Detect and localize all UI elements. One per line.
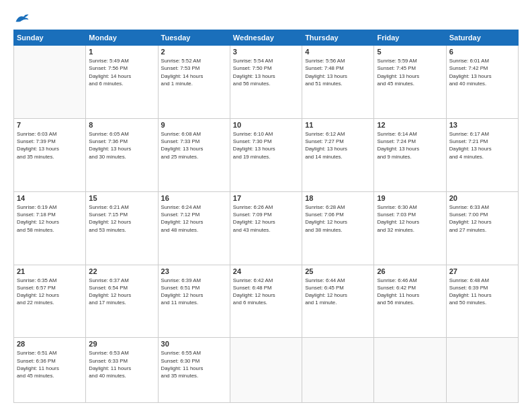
calendar-day-cell: 14Sunrise: 6:19 AM Sunset: 7:18 PM Dayli… <box>14 191 86 265</box>
calendar-day-cell: 13Sunrise: 6:17 AM Sunset: 7:21 PM Dayli… <box>446 118 518 191</box>
calendar-week-row: 1Sunrise: 5:49 AM Sunset: 7:56 PM Daylig… <box>14 46 519 119</box>
calendar-day-cell: 1Sunrise: 5:49 AM Sunset: 7:56 PM Daylig… <box>86 46 158 119</box>
day-info: Sunrise: 6:26 AM Sunset: 7:09 PM Dayligh… <box>233 203 299 234</box>
day-number: 6 <box>449 48 515 56</box>
day-info: Sunrise: 6:39 AM Sunset: 6:51 PM Dayligh… <box>161 277 227 307</box>
day-info: Sunrise: 6:55 AM Sunset: 6:30 PM Dayligh… <box>161 349 227 379</box>
day-info: Sunrise: 6:17 AM Sunset: 7:21 PM Dayligh… <box>449 130 515 161</box>
day-number: 1 <box>89 48 154 56</box>
calendar-day-cell: 30Sunrise: 6:55 AM Sunset: 6:30 PM Dayli… <box>158 338 230 403</box>
calendar-header-thursday: Thursday <box>302 30 374 46</box>
calendar-table: SundayMondayTuesdayWednesdayThursdayFrid… <box>13 30 519 403</box>
day-info: Sunrise: 6:19 AM Sunset: 7:18 PM Dayligh… <box>17 203 83 234</box>
calendar-day-cell: 26Sunrise: 6:46 AM Sunset: 6:42 PM Dayli… <box>374 265 446 338</box>
calendar-header-row: SundayMondayTuesdayWednesdayThursdayFrid… <box>14 30 519 46</box>
calendar-day-cell: 21Sunrise: 6:35 AM Sunset: 6:57 PM Dayli… <box>14 265 86 338</box>
calendar-day-cell: 16Sunrise: 6:24 AM Sunset: 7:12 PM Dayli… <box>158 191 230 265</box>
day-number: 17 <box>233 194 299 202</box>
day-info: Sunrise: 6:53 AM Sunset: 6:33 PM Dayligh… <box>89 349 154 379</box>
day-number: 8 <box>89 121 154 129</box>
day-number: 16 <box>161 194 227 202</box>
calendar-day-cell: 9Sunrise: 6:08 AM Sunset: 7:33 PM Daylig… <box>158 118 230 191</box>
day-number: 4 <box>305 48 371 56</box>
day-info: Sunrise: 6:05 AM Sunset: 7:36 PM Dayligh… <box>89 130 154 161</box>
calendar-day-cell: 6Sunrise: 6:01 AM Sunset: 7:42 PM Daylig… <box>446 46 518 119</box>
calendar-day-cell: 17Sunrise: 6:26 AM Sunset: 7:09 PM Dayli… <box>230 191 302 265</box>
calendar-day-cell: 23Sunrise: 6:39 AM Sunset: 6:51 PM Dayli… <box>158 265 230 338</box>
day-info: Sunrise: 6:08 AM Sunset: 7:33 PM Dayligh… <box>161 130 227 161</box>
day-number: 14 <box>17 194 83 202</box>
day-number: 25 <box>305 267 371 275</box>
day-info: Sunrise: 6:35 AM Sunset: 6:57 PM Dayligh… <box>17 277 83 307</box>
calendar-week-row: 28Sunrise: 6:51 AM Sunset: 6:36 PM Dayli… <box>14 338 519 403</box>
day-info: Sunrise: 5:54 AM Sunset: 7:50 PM Dayligh… <box>233 57 299 87</box>
day-info: Sunrise: 6:42 AM Sunset: 6:48 PM Dayligh… <box>233 277 299 307</box>
calendar-header-tuesday: Tuesday <box>158 30 230 46</box>
day-info: Sunrise: 5:49 AM Sunset: 7:56 PM Dayligh… <box>89 57 154 87</box>
calendar-day-cell: 7Sunrise: 6:03 AM Sunset: 7:39 PM Daylig… <box>14 118 86 191</box>
calendar-day-cell: 4Sunrise: 5:56 AM Sunset: 7:48 PM Daylig… <box>302 46 374 119</box>
day-info: Sunrise: 6:24 AM Sunset: 7:12 PM Dayligh… <box>161 203 227 234</box>
calendar-day-cell: 25Sunrise: 6:44 AM Sunset: 6:45 PM Dayli… <box>302 265 374 338</box>
day-number: 15 <box>89 194 154 202</box>
calendar-day-cell: 2Sunrise: 5:52 AM Sunset: 7:53 PM Daylig… <box>158 46 230 119</box>
day-info: Sunrise: 6:14 AM Sunset: 7:24 PM Dayligh… <box>377 130 443 161</box>
calendar-header-wednesday: Wednesday <box>230 30 302 46</box>
calendar-day-cell: 20Sunrise: 6:33 AM Sunset: 7:00 PM Dayli… <box>446 191 518 265</box>
day-info: Sunrise: 6:51 AM Sunset: 6:36 PM Dayligh… <box>17 349 83 379</box>
calendar-week-row: 21Sunrise: 6:35 AM Sunset: 6:57 PM Dayli… <box>14 265 519 338</box>
calendar-day-cell: 22Sunrise: 6:37 AM Sunset: 6:54 PM Dayli… <box>86 265 158 338</box>
calendar-day-cell <box>302 338 374 403</box>
day-info: Sunrise: 6:33 AM Sunset: 7:00 PM Dayligh… <box>449 203 515 234</box>
day-number: 21 <box>17 267 83 275</box>
logo-bird-icon <box>15 12 30 24</box>
day-number: 13 <box>449 121 515 129</box>
day-info: Sunrise: 6:03 AM Sunset: 7:39 PM Dayligh… <box>17 130 83 161</box>
calendar-day-cell <box>14 46 86 119</box>
day-info: Sunrise: 6:21 AM Sunset: 7:15 PM Dayligh… <box>89 203 154 234</box>
calendar-day-cell: 11Sunrise: 6:12 AM Sunset: 7:27 PM Dayli… <box>302 118 374 191</box>
page: SundayMondayTuesdayWednesdayThursdayFrid… <box>0 0 532 411</box>
day-number: 11 <box>305 121 371 129</box>
calendar-day-cell: 3Sunrise: 5:54 AM Sunset: 7:50 PM Daylig… <box>230 46 302 119</box>
logo-text <box>13 12 30 24</box>
day-number: 24 <box>233 267 299 275</box>
day-number: 30 <box>161 340 227 348</box>
calendar-header-friday: Friday <box>374 30 446 46</box>
calendar-day-cell: 8Sunrise: 6:05 AM Sunset: 7:36 PM Daylig… <box>86 118 158 191</box>
calendar-day-cell <box>230 338 302 403</box>
calendar-day-cell <box>446 338 518 403</box>
calendar-header-sunday: Sunday <box>14 30 86 46</box>
day-number: 2 <box>161 48 227 56</box>
day-number: 19 <box>377 194 443 202</box>
day-number: 9 <box>161 121 227 129</box>
day-number: 12 <box>377 121 443 129</box>
day-info: Sunrise: 5:59 AM Sunset: 7:45 PM Dayligh… <box>377 57 443 87</box>
calendar-week-row: 14Sunrise: 6:19 AM Sunset: 7:18 PM Dayli… <box>14 191 519 265</box>
day-number: 3 <box>233 48 299 56</box>
day-info: Sunrise: 5:52 AM Sunset: 7:53 PM Dayligh… <box>161 57 227 87</box>
day-number: 10 <box>233 121 299 129</box>
day-number: 28 <box>17 340 83 348</box>
calendar-day-cell: 10Sunrise: 6:10 AM Sunset: 7:30 PM Dayli… <box>230 118 302 191</box>
calendar-header-saturday: Saturday <box>446 30 518 46</box>
calendar-day-cell <box>374 338 446 403</box>
day-number: 7 <box>17 121 83 129</box>
logo <box>13 12 30 24</box>
day-info: Sunrise: 5:56 AM Sunset: 7:48 PM Dayligh… <box>305 57 371 87</box>
day-info: Sunrise: 6:30 AM Sunset: 7:03 PM Dayligh… <box>377 203 443 234</box>
day-info: Sunrise: 6:12 AM Sunset: 7:27 PM Dayligh… <box>305 130 371 161</box>
day-info: Sunrise: 6:37 AM Sunset: 6:54 PM Dayligh… <box>89 277 154 307</box>
calendar-day-cell: 28Sunrise: 6:51 AM Sunset: 6:36 PM Dayli… <box>14 338 86 403</box>
header <box>13 12 519 24</box>
calendar-day-cell: 5Sunrise: 5:59 AM Sunset: 7:45 PM Daylig… <box>374 46 446 119</box>
day-number: 27 <box>449 267 515 275</box>
calendar-day-cell: 27Sunrise: 6:48 AM Sunset: 6:39 PM Dayli… <box>446 265 518 338</box>
calendar-header-monday: Monday <box>86 30 158 46</box>
day-number: 23 <box>161 267 227 275</box>
calendar-day-cell: 24Sunrise: 6:42 AM Sunset: 6:48 PM Dayli… <box>230 265 302 338</box>
day-info: Sunrise: 6:44 AM Sunset: 6:45 PM Dayligh… <box>305 277 371 307</box>
day-info: Sunrise: 6:01 AM Sunset: 7:42 PM Dayligh… <box>449 57 515 87</box>
day-number: 26 <box>377 267 443 275</box>
day-number: 18 <box>305 194 371 202</box>
